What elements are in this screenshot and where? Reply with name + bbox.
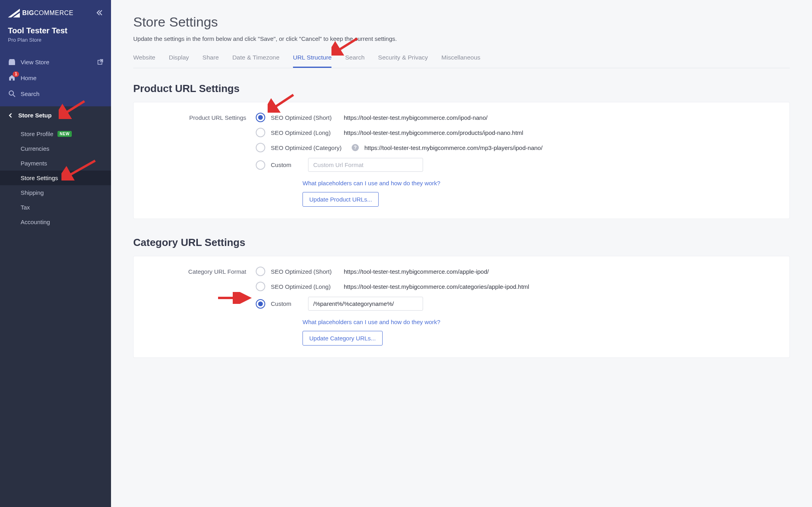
currencies-label: Currencies xyxy=(21,145,50,152)
svg-point-5 xyxy=(9,91,13,95)
category-url-option-short: SEO Optimized (Short) https://tool-teste… xyxy=(256,267,778,276)
custom-url-format-input[interactable] xyxy=(308,158,423,172)
category-url-panel: Category URL Format SEO Optimized (Short… xyxy=(133,256,790,358)
brand-logo: BIGCOMMERCE xyxy=(8,9,73,17)
settings-tabs: Website Display Share Date & Timezone UR… xyxy=(133,54,790,68)
radio-seo-category-label: SEO Optimized (Category) xyxy=(271,144,346,151)
sidebar-item-tax[interactable]: Tax xyxy=(0,200,111,215)
sidebar-item-currencies[interactable]: Currencies xyxy=(0,141,111,156)
radio-cat-seo-long-label: SEO Optimized (Long) xyxy=(271,283,338,290)
radio-seo-short-label: SEO Optimized (Short) xyxy=(271,114,338,121)
radio-cat-custom[interactable] xyxy=(256,299,265,309)
category-placeholders-help-link[interactable]: What placeholders can I use and how do t… xyxy=(303,319,440,325)
help-icon[interactable]: ? xyxy=(352,144,359,151)
tab-date-timezone[interactable]: Date & Timezone xyxy=(232,54,280,68)
radio-cat-custom-label: Custom xyxy=(271,300,295,307)
tab-security-privacy[interactable]: Security & Privacy xyxy=(378,54,428,68)
tab-miscellaneous[interactable]: Miscellaneous xyxy=(441,54,480,68)
update-category-urls-button[interactable]: Update Category URLs... xyxy=(303,331,383,346)
home-label: Home xyxy=(21,75,36,81)
product-url-option-custom: Custom xyxy=(256,158,778,172)
primary-links: View Store 1 Home Search xyxy=(0,50,111,106)
product-url-long-example: https://tool-tester-test.mybigcommerce.c… xyxy=(344,129,523,136)
category-url-field-label: Category URL Format xyxy=(145,267,256,275)
view-store-label: View Store xyxy=(21,59,49,65)
sidebar-section-store-setup[interactable]: Store Setup xyxy=(0,106,111,124)
chevron-double-left-icon xyxy=(96,9,103,16)
sidebar-item-home[interactable]: 1 Home xyxy=(0,70,111,86)
section-head-label: Store Setup xyxy=(18,112,52,119)
radio-seo-long-label: SEO Optimized (Long) xyxy=(271,129,338,136)
shipping-label: Shipping xyxy=(21,189,44,196)
svg-rect-3 xyxy=(9,61,15,65)
sidebar-item-shipping[interactable]: Shipping xyxy=(0,185,111,200)
sidebar-item-store-profile[interactable]: Store Profile NEW xyxy=(0,127,111,141)
brand-area: BIGCOMMERCE Tool Tester Test Pro Plan St… xyxy=(0,0,111,50)
store-name: Tool Tester Test xyxy=(8,26,103,35)
category-url-section-title: Category URL Settings xyxy=(133,236,790,249)
radio-cat-seo-long[interactable] xyxy=(256,282,265,291)
radio-seo-short[interactable] xyxy=(256,113,265,122)
tab-display[interactable]: Display xyxy=(169,54,189,68)
payments-label: Payments xyxy=(21,160,47,167)
sidebar-item-view-store[interactable]: View Store xyxy=(0,54,111,70)
radio-custom-label: Custom xyxy=(271,161,295,168)
product-url-category-example: https://tool-tester-test.mybigcommerce.c… xyxy=(364,144,542,151)
sidebar-item-store-settings[interactable]: Store Settings xyxy=(0,171,111,185)
accounting-label: Accounting xyxy=(21,219,50,225)
radio-cat-seo-short-label: SEO Optimized (Short) xyxy=(271,268,338,275)
category-custom-url-input[interactable] xyxy=(308,297,423,311)
svg-line-14 xyxy=(272,95,293,109)
main-content: Store Settings Update the settings in th… xyxy=(111,0,812,507)
brand-commerce: COMMERCE xyxy=(34,10,73,17)
placeholders-help-link[interactable]: What placeholders can I use and how do t… xyxy=(303,180,440,186)
home-badge: 1 xyxy=(13,71,19,77)
tax-label: Tax xyxy=(21,204,30,211)
logo-icon xyxy=(8,9,20,17)
product-url-option-long: SEO Optimized (Long) https://tool-tester… xyxy=(256,128,778,137)
sidebar-item-payments[interactable]: Payments xyxy=(0,156,111,171)
radio-cat-seo-short[interactable] xyxy=(256,267,265,276)
sidebar-item-search[interactable]: Search xyxy=(0,86,111,102)
category-url-option-custom: Custom xyxy=(256,297,778,311)
store-profile-label: Store Profile xyxy=(21,131,54,137)
radio-custom[interactable] xyxy=(256,160,265,170)
tab-search[interactable]: Search xyxy=(345,54,364,68)
store-plan: Pro Plan Store xyxy=(8,37,103,43)
product-url-panel: Product URL Settings SEO Optimized (Shor… xyxy=(133,102,790,219)
category-url-long-example: https://tool-tester-test.mybigcommerce.c… xyxy=(344,283,529,290)
category-url-option-long: SEO Optimized (Long) https://tool-tester… xyxy=(256,282,778,291)
update-product-urls-button[interactable]: Update Product URLs... xyxy=(303,192,379,207)
annotation-arrow-icon xyxy=(268,93,295,113)
sidebar-item-accounting[interactable]: Accounting xyxy=(0,215,111,229)
sidebar-sub-links: Store Profile NEW Currencies Payments St… xyxy=(0,124,111,237)
product-url-option-category: SEO Optimized (Category) ? https://tool-… xyxy=(256,143,778,152)
brand-big: BIG xyxy=(22,10,34,17)
new-badge: NEW xyxy=(57,131,72,137)
product-url-short-example: https://tool-tester-test.mybigcommerce.c… xyxy=(344,114,488,121)
store-icon xyxy=(8,58,15,65)
page-subtitle: Update the settings in the form below an… xyxy=(133,35,790,42)
tab-url-structure[interactable]: URL Structure xyxy=(293,54,332,68)
search-icon xyxy=(8,90,15,97)
category-url-short-example: https://tool-tester-test.mybigcommerce.c… xyxy=(344,268,489,275)
product-url-field-label: Product URL Settings xyxy=(145,113,256,121)
tab-share[interactable]: Share xyxy=(203,54,219,68)
svg-line-6 xyxy=(13,95,15,97)
product-url-section-title: Product URL Settings xyxy=(133,83,790,95)
external-link-icon xyxy=(98,59,103,65)
store-settings-label: Store Settings xyxy=(21,175,58,181)
page-title: Store Settings xyxy=(133,14,790,30)
radio-seo-long[interactable] xyxy=(256,128,265,137)
chevron-left-icon xyxy=(8,113,13,118)
tab-website[interactable]: Website xyxy=(133,54,155,68)
product-url-option-short: SEO Optimized (Short) https://tool-teste… xyxy=(256,113,778,122)
annotation-arrow-icon xyxy=(216,292,252,304)
search-label: Search xyxy=(21,90,40,97)
sidebar: BIGCOMMERCE Tool Tester Test Pro Plan St… xyxy=(0,0,111,507)
radio-seo-category[interactable] xyxy=(256,143,265,152)
collapse-sidebar-button[interactable] xyxy=(96,9,103,17)
